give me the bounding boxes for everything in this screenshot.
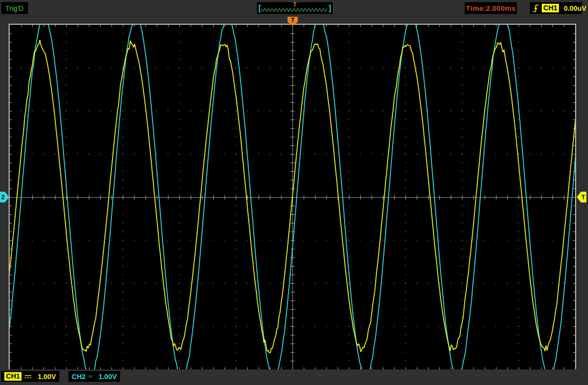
- rising-edge-trigger-icon: [532, 3, 540, 13]
- ch2-ground-marker[interactable]: 2: [0, 192, 9, 202]
- scope-display[interactable]: [10, 25, 575, 369]
- trigger-readout-box[interactable]: CH1 0.00uV: [530, 2, 582, 14]
- horizontal-preview-strip[interactable]: [ T ]: [257, 2, 333, 14]
- scope-display-frame: [9, 24, 576, 370]
- preview-bracket-right-icon: ]: [328, 2, 331, 14]
- trigger-level-text: 0.00uV: [564, 4, 586, 12]
- dc-coupling-icon: [24, 374, 32, 379]
- bottom-channel-bar: CH1 1.00V CH2 1.00V: [0, 369, 588, 385]
- trigger-source-chip: CH1: [542, 4, 559, 12]
- ch2-scale-text: 1.00V: [99, 373, 117, 381]
- dc-coupling-icon: [88, 374, 93, 379]
- ch2-name-label: CH2: [72, 373, 86, 381]
- trigger-status-box: Trig'D: [1, 2, 28, 14]
- trigger-level-marker[interactable]: T: [577, 192, 586, 202]
- ch1-name-chip: CH1: [4, 372, 22, 381]
- channel-info-ch2[interactable]: CH2 1.00V: [68, 371, 120, 382]
- timebase-readout-text: Time:2.000ms: [466, 4, 516, 12]
- ch1-scale-text: 1.00V: [38, 373, 56, 381]
- oscilloscope-window: Trig'D [ T ] Time:2.000ms CH1 0.00uV 2 T…: [0, 0, 588, 385]
- timebase-readout-box: Time:2.000ms: [465, 2, 517, 14]
- trigger-status-text: Trig'D: [5, 4, 24, 12]
- preview-trigger-position-marker[interactable]: T: [257, 2, 333, 8]
- top-status-bar: Trig'D [ T ] Time:2.000ms CH1 0.00uV: [0, 0, 588, 16]
- channel-info-ch1[interactable]: CH1 1.00V: [1, 371, 59, 382]
